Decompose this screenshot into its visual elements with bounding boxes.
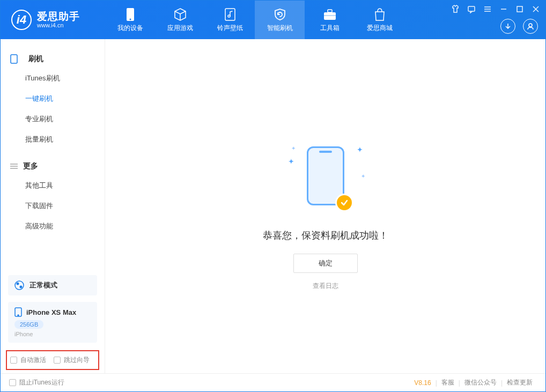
device-box[interactable]: iPhone XS Max 256GB iPhone [8, 302, 97, 343]
sidebar-item-other-tools[interactable]: 其他工具 [1, 175, 105, 196]
main-nav: 我的设备 应用游戏 铃声壁纸 智能刷机 工具箱 爱思商城 [105, 1, 404, 39]
app-site: www.i4.cn [37, 22, 80, 28]
sidebar-item-advanced[interactable]: 高级功能 [1, 216, 105, 236]
shopping-bag-icon [373, 8, 387, 21]
main-content: ✦ ✦ ✦ ✦ 恭喜您，保资料刷机成功啦！ 确定 查看日志 [105, 39, 545, 373]
footer-wechat[interactable]: 微信公众号 [460, 378, 501, 387]
section-title: 更多 [23, 161, 38, 171]
footer-support[interactable]: 客服 [437, 378, 459, 387]
options-row: 自动激活 跳过向导 [6, 350, 99, 370]
svg-point-18 [17, 283, 19, 285]
close-button[interactable] [530, 4, 541, 14]
nav-apps-games[interactable]: 应用游戏 [155, 1, 205, 39]
cube-icon [173, 8, 187, 21]
mode-icon [14, 280, 24, 290]
minimize-button[interactable] [498, 4, 509, 14]
feedback-icon[interactable] [466, 4, 477, 14]
sidebar-section-flash: 刷机 [1, 50, 105, 68]
svg-point-21 [18, 315, 19, 316]
maximize-button[interactable] [514, 4, 525, 14]
body: 刷机 iTunes刷机 一键刷机 专业刷机 批量刷机 更多 其他工具 下载固件 … [1, 39, 545, 373]
logo-area: i4 爱思助手 www.i4.cn [1, 10, 105, 30]
sidebar-item-batch-flash[interactable]: 批量刷机 [1, 129, 105, 150]
svg-rect-6 [324, 15, 336, 16]
checkbox-skip-guide[interactable]: 跳过向导 [54, 356, 90, 365]
header: i4 爱思助手 www.i4.cn 我的设备 应用游戏 铃声壁纸 智能刷机 [1, 1, 545, 39]
nav-toolbox[interactable]: 工具箱 [305, 1, 355, 39]
app-name: 爱思助手 [37, 11, 80, 23]
mode-box[interactable]: 正常模式 [8, 275, 97, 295]
device-name: iPhone XS Max [26, 308, 76, 316]
header-right-icons [500, 19, 538, 34]
success-illustration: ✦ ✦ ✦ ✦ [288, 141, 363, 216]
sidebar-item-download-firmware[interactable]: 下载固件 [1, 196, 105, 216]
app-logo-icon: i4 [11, 10, 32, 30]
svg-point-17 [15, 281, 24, 290]
phone-icon [10, 54, 18, 64]
check-badge-icon [335, 194, 353, 212]
checkbox-auto-activate[interactable]: 自动激活 [10, 356, 46, 365]
version-label: V8.16 [414, 379, 431, 387]
sidebar: 刷机 iTunes刷机 一键刷机 专业刷机 批量刷机 更多 其他工具 下载固件 … [1, 39, 105, 373]
nav-my-device[interactable]: 我的设备 [105, 1, 155, 39]
svg-rect-12 [517, 6, 522, 12]
sidebar-section-more: 更多 [1, 157, 105, 175]
storage-badge: 256GB [14, 320, 43, 329]
app-window: i4 爱思助手 www.i4.cn 我的设备 应用游戏 铃声壁纸 智能刷机 [0, 0, 546, 392]
sidebar-item-onekey-flash[interactable]: 一键刷机 [1, 88, 105, 109]
window-controls [450, 4, 541, 14]
hamburger-icon [10, 164, 18, 169]
success-message: 恭喜您，保资料刷机成功啦！ [263, 229, 388, 242]
svg-point-1 [129, 18, 131, 20]
mode-label: 正常模式 [29, 280, 57, 290]
sidebar-item-pro-flash[interactable]: 专业刷机 [1, 109, 105, 129]
toolbox-icon [323, 8, 337, 21]
nav-ringtones[interactable]: 铃声壁纸 [205, 1, 255, 39]
section-title: 刷机 [28, 54, 43, 64]
svg-rect-5 [328, 10, 332, 12]
logo-text: 爱思助手 www.i4.cn [37, 11, 80, 29]
sidebar-item-itunes-flash[interactable]: iTunes刷机 [1, 68, 105, 88]
skin-icon[interactable] [450, 4, 461, 14]
footer-check-update[interactable]: 检查更新 [503, 378, 537, 387]
nav-store[interactable]: 爱思商城 [355, 1, 404, 39]
device-icon [123, 8, 137, 21]
svg-rect-7 [468, 6, 475, 11]
svg-point-15 [529, 24, 532, 27]
svg-point-19 [20, 286, 23, 289]
download-icon[interactable] [500, 19, 515, 34]
svg-rect-16 [11, 55, 17, 63]
user-icon[interactable] [523, 19, 538, 34]
menu-icon[interactable] [482, 4, 493, 14]
music-file-icon [223, 8, 237, 21]
device-small-icon [14, 307, 22, 317]
device-type: iPhone [14, 331, 91, 337]
checkbox-block-itunes[interactable]: 阻止iTunes运行 [9, 378, 64, 387]
nav-smart-flash[interactable]: 智能刷机 [255, 1, 305, 39]
footer: 阻止iTunes运行 V8.16 | 客服 | 微信公众号 | 检查更新 [1, 373, 545, 391]
view-log-link[interactable]: 查看日志 [313, 282, 338, 291]
svg-point-3 [228, 15, 230, 17]
refresh-shield-icon [273, 8, 287, 21]
confirm-button[interactable]: 确定 [293, 254, 358, 273]
